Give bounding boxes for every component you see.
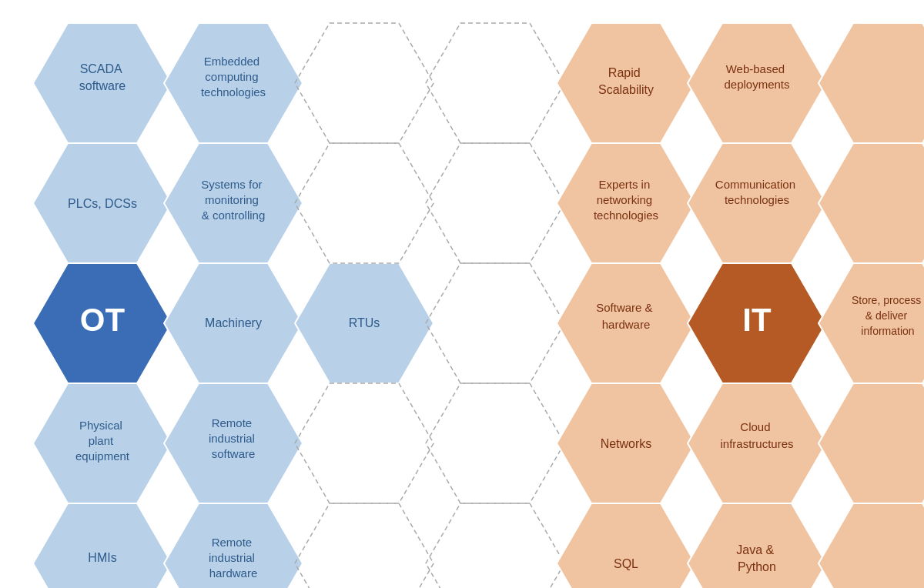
dashed-hex-9 (426, 503, 564, 588)
dashed-hex-8 (426, 383, 564, 503)
it-center-label: IT (742, 302, 772, 338)
dashed-hex-6 (426, 143, 564, 263)
dashed-hex-1 (295, 23, 434, 143)
networks-label: Networks (601, 437, 652, 450)
hmis-hex (33, 503, 172, 588)
dashed-hex-4 (295, 503, 434, 588)
it-bot-extra2 (819, 503, 924, 588)
remote-hw-label: Remote industrial hardware (209, 536, 258, 580)
embedded-hex (164, 23, 303, 143)
embedded-label: Embedded computing technologies (201, 55, 266, 99)
plcs-label: PLCs, DCSs (68, 197, 137, 210)
machinery-label: Machinery (205, 316, 262, 329)
networking-label: Experts in networking technologies (594, 178, 658, 222)
diagram-container: SCADA software Embedded computing techno… (0, 0, 924, 588)
rtus-label: RTUs (349, 316, 380, 329)
it-mid-extra (819, 143, 924, 263)
dashed-hex-5 (426, 23, 564, 143)
dashed-hex-3 (295, 383, 434, 503)
sql-hex (557, 503, 695, 588)
hmis-label: HMIs (88, 551, 116, 564)
dashed-hex-2 (295, 143, 434, 263)
systems-label: Systems for monitoring & controlling (201, 178, 265, 222)
sql-label: SQL (614, 557, 638, 570)
store-hex (819, 263, 924, 383)
it-top-extra (819, 23, 924, 143)
remote-sw-label: Remote industrial software (209, 416, 258, 460)
ot-center-label: OT (80, 302, 126, 338)
dashed-hex-7 (426, 263, 564, 383)
it-bot-extra1 (819, 383, 924, 503)
